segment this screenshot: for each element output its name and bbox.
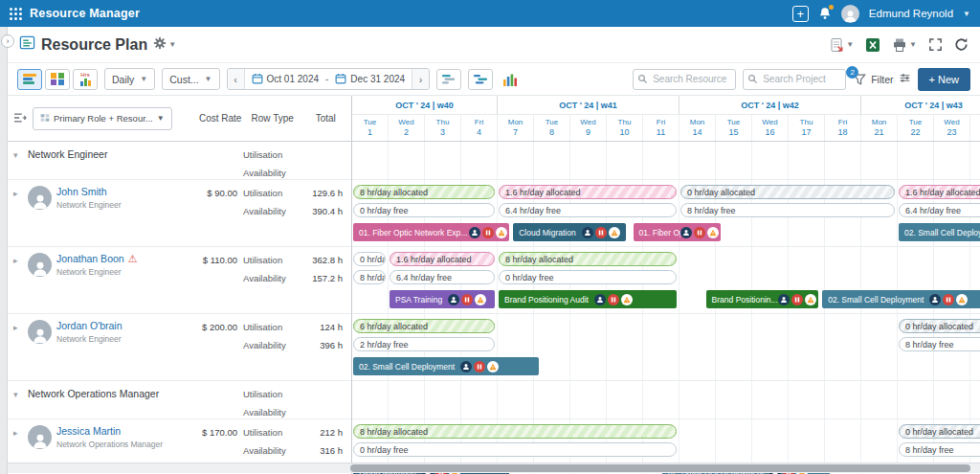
- project-bar[interactable]: Cloud Migration: [513, 223, 626, 241]
- next-period-button[interactable]: ›: [412, 69, 429, 89]
- day-header-cell[interactable]: Thu24: [970, 115, 980, 141]
- collapse-icon[interactable]: ▾: [13, 147, 23, 179]
- avatar[interactable]: [28, 320, 52, 344]
- avail-bar[interactable]: 8 hr/day: [353, 270, 386, 284]
- util-bar[interactable]: 0 hr/day allocated: [680, 185, 895, 199]
- combined-view-icon[interactable]: [468, 69, 493, 90]
- day-header-cell[interactable]: Fri4: [461, 115, 498, 141]
- util-bar[interactable]: 8 hr/day allocated: [353, 424, 677, 439]
- resource-name-link[interactable]: Jessica Martin: [56, 425, 121, 437]
- avail-bar[interactable]: 8 hr/day free: [680, 203, 895, 217]
- resource-name-link[interactable]: Jonathan Boon: [56, 253, 124, 264]
- expand-icon[interactable]: ▸: [13, 253, 23, 313]
- day-header-cell[interactable]: Wed2: [389, 115, 425, 141]
- print-button[interactable]: ▼: [892, 37, 917, 53]
- avail-bar[interactable]: 0 hr/day free: [353, 203, 495, 217]
- expand-rows-icon[interactable]: [13, 110, 27, 127]
- date-to-field[interactable]: Dec 31 2024: [328, 73, 412, 86]
- day-header-cell[interactable]: Mon7: [498, 115, 534, 141]
- avatar[interactable]: [28, 425, 52, 449]
- util-bar[interactable]: 6 hr/day allocated: [353, 319, 495, 333]
- export-menu-button[interactable]: ▼: [829, 37, 854, 53]
- heatmap-view-icon[interactable]: [45, 69, 70, 90]
- chevron-down-icon[interactable]: ▼: [168, 40, 176, 49]
- day-header-cell[interactable]: Mon21: [861, 115, 898, 141]
- excel-export-button[interactable]: [865, 37, 880, 53]
- granularity-select[interactable]: Daily ▼: [104, 68, 155, 90]
- day-header-cell[interactable]: Wed16: [752, 115, 789, 141]
- horizontal-scrollbar[interactable]: [8, 463, 980, 473]
- notifications-bell-icon[interactable]: [818, 7, 832, 20]
- avatar[interactable]: [28, 186, 52, 210]
- avail-bar[interactable]: 8 hr/day free: [899, 442, 980, 457]
- project-bar[interactable]: 02. Small Cell Deployment: [822, 290, 980, 308]
- day-header-cell[interactable]: Mon14: [679, 115, 716, 141]
- util-bar[interactable]: 1.6 hr/day allocated: [390, 252, 495, 266]
- new-button[interactable]: + New: [918, 68, 971, 91]
- search-project-input[interactable]: [743, 69, 846, 90]
- avail-bar[interactable]: 6.4 hr/day free: [899, 203, 980, 217]
- user-avatar[interactable]: [841, 5, 859, 23]
- project-bar[interactable]: PSA Training: [390, 290, 495, 308]
- chevron-down-icon[interactable]: ▼: [963, 10, 970, 18]
- column-header-row-type[interactable]: Row Type: [245, 113, 301, 124]
- quick-add-button[interactable]: +: [792, 6, 809, 22]
- fullscreen-button[interactable]: [928, 37, 943, 52]
- project-bar[interactable]: 02. Small Cell Deployment: [353, 357, 539, 375]
- collapse-icon[interactable]: ▾: [13, 387, 23, 418]
- avatar[interactable]: [28, 253, 52, 277]
- avail-bar[interactable]: 0 hr/day free: [353, 442, 677, 457]
- refresh-button[interactable]: [954, 37, 969, 52]
- day-header-cell[interactable]: Wed9: [570, 115, 607, 141]
- util-bar[interactable]: 8 hr/day allocated: [353, 185, 495, 199]
- util-bar[interactable]: 1.6 hr/day allocated: [899, 185, 980, 199]
- avail-bar[interactable]: 2 hr/day free: [353, 337, 495, 351]
- day-header-cell[interactable]: Thu3: [425, 115, 461, 141]
- plan-view-icon[interactable]: [17, 69, 42, 90]
- avail-bar[interactable]: 6.4 hr/day free: [499, 203, 677, 217]
- util-bar[interactable]: 0 hr/day allocated: [899, 424, 980, 439]
- project-bar[interactable]: 01. Fiber Optic Network Exp...: [353, 223, 509, 241]
- avail-bar[interactable]: 0 hr/day free: [499, 270, 677, 284]
- column-header-cost-rate[interactable]: Cost Rate: [195, 113, 245, 124]
- scrollbar-thumb[interactable]: [350, 464, 970, 472]
- settings-gear-icon[interactable]: [153, 36, 167, 54]
- util-bar[interactable]: 8 hr/day allocated: [499, 252, 677, 266]
- day-header-cell[interactable]: Tue8: [534, 115, 570, 141]
- util-bar[interactable]: 0 hr/day allocated: [899, 319, 980, 333]
- project-bar[interactable]: Brand Positioning Audit: [499, 290, 677, 308]
- avail-bar[interactable]: 6.4 hr/day free: [390, 270, 495, 284]
- group-by-dropdown[interactable]: Primary Role + Resour... ▼: [33, 107, 172, 130]
- day-header-cell[interactable]: Tue1: [352, 115, 389, 141]
- hours-view-icon[interactable]: Hrs: [73, 69, 98, 90]
- day-header-cell[interactable]: Tue15: [716, 115, 752, 141]
- resource-name-link[interactable]: Jordan O'brain: [56, 320, 122, 331]
- project-bar[interactable]: Brand Positionin...: [706, 290, 819, 308]
- project-bar[interactable]: 02. Small Cell Deploym...: [899, 223, 980, 241]
- user-name[interactable]: Edmund Reynold: [869, 8, 953, 19]
- analytics-chart-icon[interactable]: [500, 69, 521, 90]
- resource-name-link[interactable]: John Smith: [56, 186, 107, 197]
- day-header-cell[interactable]: Fri18: [825, 115, 861, 141]
- range-preset-select[interactable]: Cust... ▼: [162, 68, 219, 90]
- util-bar[interactable]: 1.6 hr/day allocated: [499, 185, 677, 199]
- project-bar[interactable]: 01. Fiber Optic ...: [634, 223, 721, 241]
- collapse-panel-button[interactable]: ›: [1, 34, 14, 48]
- day-header-cell[interactable]: Thu10: [607, 115, 643, 141]
- filter-settings-icon[interactable]: [899, 71, 911, 88]
- day-header-cell[interactable]: Fri11: [643, 115, 679, 141]
- split-view-icon[interactable]: [436, 69, 461, 90]
- util-bar[interactable]: 0 hr/day: [353, 252, 386, 266]
- expand-icon[interactable]: ▸: [13, 186, 23, 246]
- date-from-field[interactable]: Oct 01 2024: [245, 73, 325, 86]
- filter-control[interactable]: 2 Filter: [853, 71, 910, 88]
- avail-bar[interactable]: 8 hr/day free: [899, 337, 980, 351]
- prev-period-button[interactable]: ‹: [228, 69, 245, 89]
- apps-grid-icon[interactable]: [10, 8, 22, 20]
- day-header-cell[interactable]: Thu17: [789, 115, 825, 141]
- column-header-total[interactable]: Total: [300, 113, 351, 124]
- search-resource-input[interactable]: [633, 69, 736, 90]
- expand-icon[interactable]: ▸: [13, 320, 23, 380]
- day-header-cell[interactable]: Tue22: [898, 115, 934, 141]
- day-header-cell[interactable]: Wed23: [934, 115, 970, 141]
